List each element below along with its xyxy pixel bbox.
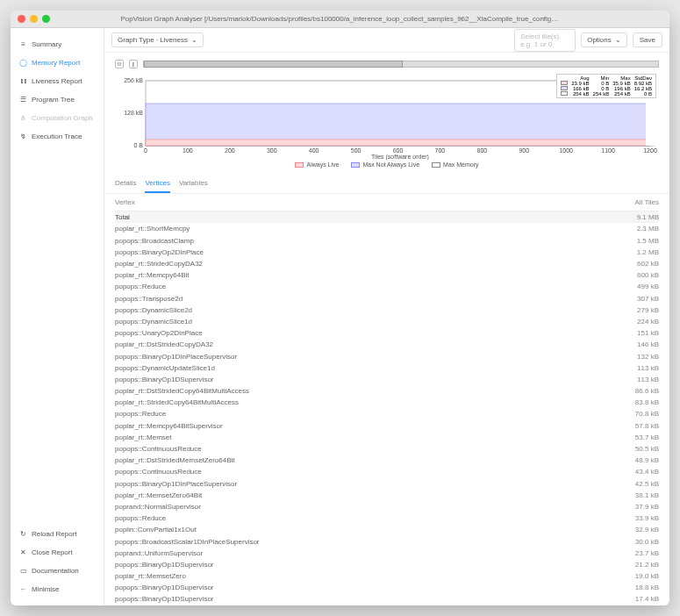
table-row[interactable]: poplar_rt::ShortMemcpy2.3 MB [115,223,659,234]
table-row[interactable]: poplar_rt::DstStridedMemsetZero64Bit48.9… [115,455,659,466]
table-row[interactable]: poprand::NormalSupervisor37.9 kB [115,501,659,512]
tabs: Details Vertices Variables [104,175,669,194]
sidebar-item-label: Computation Graph [32,114,93,122]
table-row[interactable]: popops::Reduce499 kB [115,281,659,292]
tile-select-input[interactable]: Select tile(s) e.g. 1 or 0 [514,29,576,52]
table-row[interactable]: Total9.1 MB [115,211,659,223]
docs-icon: ▭ [19,567,27,575]
table-row[interactable]: popops::Reduce33.9 kB [115,512,659,524]
sidebar-item-program-tree[interactable]: ☰Program Tree [11,90,104,109]
sidebar-item-label: Liveness Report [32,77,82,85]
svg-text:100: 100 [183,147,193,154]
table-row[interactable]: poplar_rt::Memcpy64BitSupervisor57.8 kB [115,420,659,432]
table-row[interactable]: popops::BinaryOp2DInPlace1.2 MB [115,247,659,258]
sidebar-item-label: Documentation [32,567,79,575]
table-row[interactable]: poplar_rt::MemsetZero19.0 kB [115,570,659,582]
sidebar-item-execution-trace[interactable]: ↯Execution Trace [11,127,104,146]
sidebar-item-label: Program Tree [32,96,75,104]
table-row[interactable]: poplar_rt::DstStridedCopyDA32146 kB [115,339,659,350]
graph-type-dropdown[interactable]: Graph Type · Liveness⌄ [111,32,204,47]
range-slider[interactable]: ⊖ ⫿ [115,58,659,70]
table-row[interactable]: poplar_rt::MemsetZero64Bit38.1 kB [115,490,659,501]
sidebar-item-label: Summary [32,40,61,48]
save-button[interactable]: Save [633,32,662,47]
trace-icon: ↯ [19,133,27,140]
summary-icon: ≡ [19,40,27,48]
maximize-icon[interactable] [42,15,50,23]
table-row[interactable]: popops::DynamicUpdateSlice1d113 kB [115,362,659,374]
table-row[interactable]: poprand::UniformSupervisor23.7 kB [115,548,659,559]
sidebar-docs[interactable]: ▭Documentation [11,562,104,580]
svg-text:400: 400 [309,147,319,154]
svg-text:500: 500 [351,147,361,154]
table-row[interactable]: popops::ContinuousReduce50.5 kB [115,443,659,455]
slider-track[interactable] [143,61,659,68]
sidebar-minimise[interactable]: ←Minimise [11,580,104,598]
liveness-chart: 256 kB 128 kB 0 B 0100200300400500600700… [115,72,659,160]
table-header: Vertex All Tiles [115,194,659,211]
table-row[interactable]: poplar_rt::Memset53.7 kB [115,432,659,443]
minimize-icon[interactable] [30,15,38,23]
close-icon[interactable] [18,15,25,23]
svg-text:128 kB: 128 kB [124,110,143,116]
minimise-icon: ← [19,585,27,593]
sidebar-item-label: Minimise [32,585,60,593]
svg-text:1100: 1100 [601,147,615,154]
table-row[interactable]: popops::DynamicSlice1d224 kB [115,316,659,327]
table-row[interactable]: popops::BroadcastClamp1.5 MB [115,235,659,247]
table-row[interactable]: popops::BroadcastScalar1DInPlaceSupervis… [115,535,659,547]
table-row[interactable]: poplar_rt::DstStridedCopy64BitMultiAcces… [115,385,659,397]
svg-text:1000: 1000 [559,147,573,154]
table-row[interactable]: popops::DynamicSlice2d279 kB [115,304,659,316]
chart-stats-box: AvgMinMaxStdDev 23.9 kB0 B35.9 kB8.92 kB… [556,74,656,98]
sidebar: ≡Summary ◯Memory Report ⫿⫿Liveness Repor… [11,28,104,605]
sidebar-item-label: Memory Report [32,59,80,67]
toolbar: Graph Type · Liveness⌄ Select tile(s) e.… [104,28,669,53]
table-row[interactable]: popops::ContinuousReduce43.4 kB [115,466,659,477]
svg-text:800: 800 [476,147,487,154]
svg-text:300: 300 [267,147,277,154]
chevron-down-icon: ⌄ [615,36,621,44]
svg-text:0: 0 [144,147,147,154]
tab-details[interactable]: Details [115,175,136,193]
table-row[interactable]: poplar_rt::Memcpy64Bit600 kB [115,269,659,281]
sidebar-reload[interactable]: ↻Reload Report [11,525,104,543]
sidebar-item-label: Reload Report [32,530,77,538]
sidebar-item-memory-report[interactable]: ◯Memory Report [11,54,104,72]
range-handle-icon[interactable]: ⫿ [129,60,138,68]
table-row[interactable]: popops::Reduce70.8 kB [115,408,659,419]
window-title: PopVision Graph Analyser [/Users/mariok/… [121,15,560,23]
svg-text:0 B: 0 B [133,142,143,148]
svg-rect-5 [146,140,650,146]
tab-vertices[interactable]: Vertices [145,175,169,193]
chart-legend: Always Live Max Not Always Live Max Memo… [115,160,659,173]
titlebar: PopVision Graph Analyser [/Users/mariok/… [11,11,669,28]
table-row[interactable]: popops::BinaryOp1DSupervisor21.2 kB [115,559,659,570]
tree-icon: ☰ [19,96,27,104]
vertex-table[interactable]: Vertex All Tiles Total9.1 MBpoplar_rt::S… [104,194,669,605]
table-row[interactable]: poplar_rt::StridedCopyDA32602 kB [115,258,659,269]
memory-icon: ◯ [19,59,27,67]
table-row[interactable]: poplar_rt::StridedCopy64BitMultiAccess83… [115,397,659,408]
table-row[interactable]: popops::BinaryOp1DSupervisor18.8 kB [115,582,659,593]
liveness-icon: ⫿⫿ [19,77,27,85]
options-dropdown[interactable]: Options⌄ [581,32,627,47]
table-row[interactable]: popops::BinaryOp1DInPlaceSupervisor42.5 … [115,477,659,489]
table-row[interactable]: poplin::ConvPartial1x1Out32.9 kB [115,524,659,535]
table-row[interactable]: popops::BinaryOp1DSupervisor113 kB [115,374,659,385]
svg-text:200: 200 [225,147,235,154]
table-row[interactable]: popops::Transpose2d307 kB [115,292,659,304]
table-row[interactable]: popops::UnaryOp2DInPlace151 kB [115,327,659,339]
reload-icon: ↻ [19,530,27,538]
collapse-icon[interactable]: ⊖ [115,60,124,68]
svg-text:900: 900 [519,147,529,154]
table-row[interactable]: popops::BinaryOp1DInPlaceSupervisor132 k… [115,350,659,362]
svg-text:256 kB: 256 kB [124,77,143,83]
sidebar-item-liveness-report[interactable]: ⫿⫿Liveness Report [11,72,104,90]
table-row[interactable]: popops::BinaryOp1DSupervisor17.4 kB [115,593,659,605]
sidebar-item-label: Close Report [32,548,73,556]
sidebar-item-summary[interactable]: ≡Summary [11,35,104,54]
tab-variables[interactable]: Variables [179,175,208,193]
sidebar-close[interactable]: ✕Close Report [11,543,104,562]
svg-text:600: 600 [393,147,404,154]
